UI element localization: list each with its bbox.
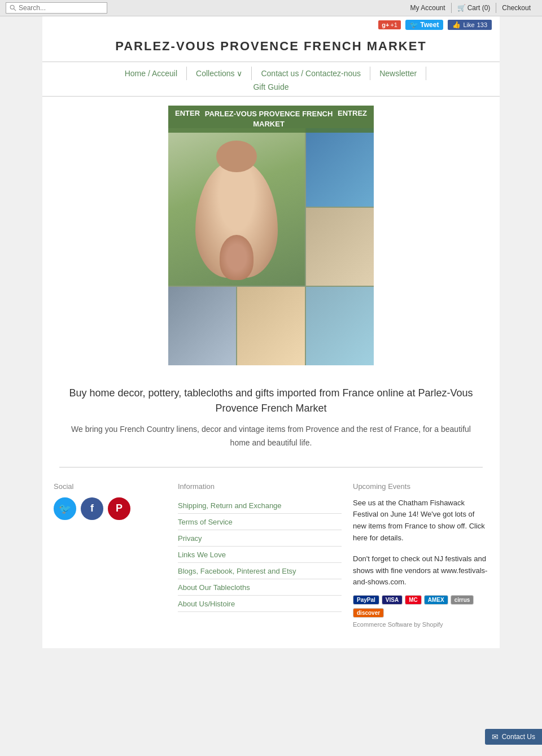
fb-like-label: Like xyxy=(463,21,474,28)
hero-collage[interactable]: ENTER PARLEZ-VOUS PROVENCE FRENCH MARKET… xyxy=(168,106,374,365)
social-bar: g+ +1 🐦 Tweet 👍 Like 133 xyxy=(42,16,500,33)
fb-count: 133 xyxy=(477,21,487,28)
hero-title: PARLEZ-VOUS PROVENCE FRENCH MARKET xyxy=(200,109,338,129)
info-link-item: Links We Love xyxy=(178,547,342,563)
top-bar: My Account 🛒Cart (0) Checkout xyxy=(0,0,542,16)
visa-badge: VISA xyxy=(382,595,403,605)
shipping-link[interactable]: Shipping, Return and Exchange xyxy=(178,501,282,510)
info-link-item: About Us/Histoire xyxy=(178,596,342,612)
facebook-icon[interactable]: f xyxy=(81,497,103,520)
tweet-bird-icon: 🐦 xyxy=(410,21,418,29)
my-account-link[interactable]: My Account xyxy=(405,3,451,13)
collage-cell-2 xyxy=(306,128,374,207)
footer-section: Social 🐦 f P Information Shipping, Retur… xyxy=(42,473,500,637)
svg-point-0 xyxy=(10,5,14,9)
collage-cell-6 xyxy=(168,287,236,365)
twitter-icon[interactable]: 🐦 xyxy=(54,497,76,520)
mastercard-badge: MC xyxy=(405,595,422,605)
hero-header-bar: ENTER PARLEZ-VOUS PROVENCE FRENCH MARKET… xyxy=(168,106,374,133)
tos-link[interactable]: Terms of Service xyxy=(178,518,233,526)
info-link-item: Blogs, Facebook, Pinterest and Etsy xyxy=(178,563,342,579)
divider xyxy=(59,467,483,467)
collage-cell-7 xyxy=(237,287,305,365)
collage-cell-face xyxy=(168,128,305,286)
gplus-icon: g+ xyxy=(382,21,389,28)
hero-enter: ENTER xyxy=(175,109,200,117)
desc-sub: We bring you French Country linens, deco… xyxy=(65,423,477,450)
info-link-item: Terms of Service xyxy=(178,514,342,530)
search-input[interactable] xyxy=(19,4,103,12)
desc-heading: Buy home decor, pottery, tablecloths and… xyxy=(65,386,477,416)
hero-entrez: ENTREZ xyxy=(338,109,367,117)
top-nav: My Account 🛒Cart (0) Checkout xyxy=(405,3,536,13)
nav-contact[interactable]: Contact us / Contactez-nous xyxy=(252,67,370,80)
svg-line-1 xyxy=(14,8,16,11)
hero-section: ENTER PARLEZ-VOUS PROVENCE FRENCH MARKET… xyxy=(42,97,500,374)
discover-badge: discover xyxy=(353,608,384,618)
aboutus-link[interactable]: About Us/Histoire xyxy=(178,600,235,608)
footer-social-column: Social 🐦 f P xyxy=(54,482,167,628)
collage-cell-3 xyxy=(306,208,374,286)
search-wrap[interactable] xyxy=(6,2,107,14)
nav-collections[interactable]: Collections ∨ xyxy=(187,67,252,80)
description-section: Buy home decor, pottery, tablecloths and… xyxy=(42,374,500,461)
fb-thumb-icon: 👍 xyxy=(452,21,461,29)
info-link-item: About Our Tablecloths xyxy=(178,579,342,596)
social-icons: 🐦 f P xyxy=(54,497,167,520)
gplus-label: +1 xyxy=(390,21,397,28)
footer-events-column: Upcoming Events See us at the Chatham Fi… xyxy=(353,482,488,628)
tweet-label: Tweet xyxy=(420,21,439,29)
payment-icons: PayPal VISA MC AMEX cirrus xyxy=(353,595,488,605)
info-link-item: Shipping, Return and Exchange xyxy=(178,497,342,514)
fb-like-button[interactable]: 👍 Like 133 xyxy=(448,20,492,30)
search-icon xyxy=(10,5,16,11)
site-title: PARLEZ-VOUS PROVENCE FRENCH MARKET xyxy=(42,33,500,62)
main-container: g+ +1 🐦 Tweet 👍 Like 133 PARLEZ-VOUS PRO… xyxy=(42,16,500,648)
nav-gift-guide[interactable]: Gift Guide xyxy=(244,80,298,94)
pinterest-icon[interactable]: P xyxy=(108,497,130,520)
events-text2: Don't forget to check out NJ festivals a… xyxy=(353,553,488,588)
links-link[interactable]: Links We Love xyxy=(178,550,226,559)
events-col-title: Upcoming Events xyxy=(353,482,488,491)
collage-cell-8 xyxy=(306,287,374,365)
events-text1: See us at the Chatham Fishawack Festival… xyxy=(353,497,488,544)
checkout-link[interactable]: Checkout xyxy=(496,3,536,13)
nav-home[interactable]: Home / Acceuil xyxy=(116,67,187,80)
main-nav: Home / Acceuil Collections ∨ Contact us … xyxy=(42,62,500,97)
info-links: Shipping, Return and Exchange Terms of S… xyxy=(178,497,342,612)
amex-badge: AMEX xyxy=(424,595,448,605)
blogs-link[interactable]: Blogs, Facebook, Pinterest and Etsy xyxy=(178,567,296,575)
tweet-button[interactable]: 🐦 Tweet xyxy=(405,20,443,30)
payment-icons-row2: discover xyxy=(353,608,488,618)
ecommerce-text: Ecommerce Software by Shopify xyxy=(353,621,488,628)
info-col-title: Information xyxy=(178,482,342,491)
info-link-item: Privacy xyxy=(178,530,342,547)
gplus-button[interactable]: g+ +1 xyxy=(378,20,401,29)
tablecloths-link[interactable]: About Our Tablecloths xyxy=(178,583,250,592)
privacy-link[interactable]: Privacy xyxy=(178,534,202,543)
footer-info-column: Information Shipping, Return and Exchang… xyxy=(178,482,342,628)
paypal-badge: PayPal xyxy=(353,595,379,605)
collage-grid xyxy=(168,128,374,365)
cirrus-badge: cirrus xyxy=(451,595,474,605)
cart-link[interactable]: 🛒Cart (0) xyxy=(451,3,496,13)
nav-newsletter[interactable]: Newsletter xyxy=(370,67,426,80)
social-col-title: Social xyxy=(54,482,167,491)
cart-icon: 🛒 xyxy=(457,4,466,12)
